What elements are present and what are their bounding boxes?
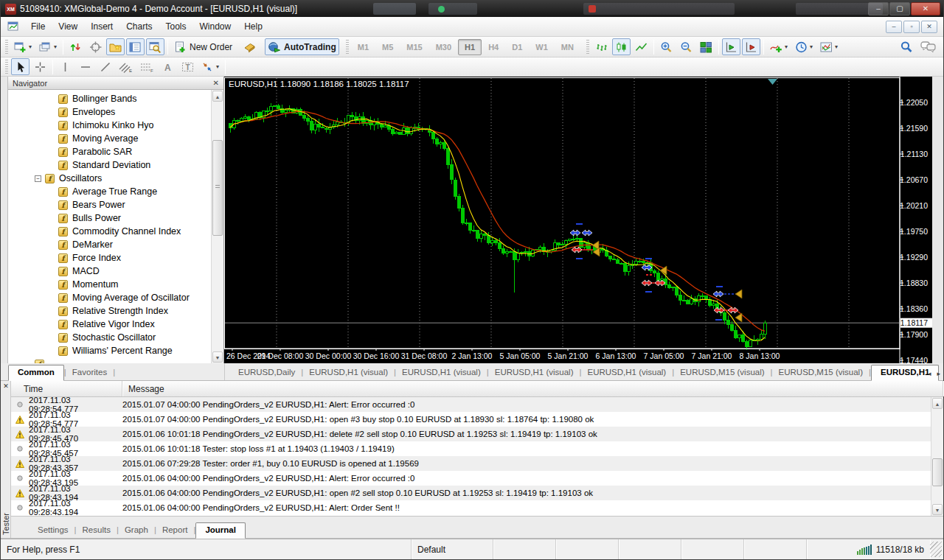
timeframe-m1[interactable]: M1 [351,39,375,55]
navigator-item-williams-percent-range[interactable]: Williams' Percent Range [8,344,223,357]
navigator-item-stochastic-oscillator[interactable]: Stochastic Oscillator [8,331,223,344]
toolbar-drag-handle[interactable] [346,40,349,55]
chat-icon[interactable] [920,41,937,53]
journal-row[interactable]: 2017.11.03 09:28:43.1942015.01.06 04:00:… [11,486,943,500]
scroll-up-icon[interactable] [212,91,223,102]
candlestick-mode-button[interactable] [612,38,631,55]
journal-scrollbar[interactable] [931,397,943,516]
menu-file[interactable]: File [24,18,52,35]
navigator-item-relative-strength-index[interactable]: Relative Strength Index [8,304,223,318]
timeframe-mn[interactable]: MN [555,39,580,55]
journal-row[interactable]: 2017.11.03 09:28:43.3572015.01.06 07:29:… [11,456,943,471]
tester-tab-report[interactable]: Report [156,522,194,538]
menu-help[interactable]: Help [237,18,269,35]
journal-row[interactable]: 2017.11.03 09:28:54.7772015.01.07 04:00:… [11,397,943,412]
menu-window[interactable]: Window [193,18,238,35]
horizontal-line-tool-button[interactable] [76,58,94,75]
navigator-item-standard-deviation[interactable]: Standard Deviation [8,158,223,172]
mdi-restore-button[interactable] [903,21,920,33]
timeframe-d1[interactable]: D1 [505,39,529,55]
indicators-button[interactable] [767,38,791,55]
chart-tab-eurusd-h1-visual[interactable]: EURUSD,H1 (visual) [581,365,672,380]
zoom-out-button[interactable] [677,38,695,55]
navigator-item-envelopes[interactable]: Envelopes [8,105,223,119]
menu-tools[interactable]: Tools [159,18,193,35]
window-close-button[interactable] [911,2,940,15]
fibonacci-tool-button[interactable]: F [137,58,157,75]
autotrading-button[interactable]: AutoTrading [265,38,339,55]
scrollbar-thumb[interactable] [212,140,223,236]
tile-windows-button[interactable] [697,38,715,55]
navigator-item-oscillators[interactable]: Oscillators [8,172,223,185]
title-bar[interactable]: XM 51089410: XMGlobal-Demo 4 - Demo Acco… [1,1,943,17]
crosshair-tool-button[interactable] [31,58,49,75]
scrollbar-thumb[interactable] [932,458,943,486]
tree-collapse-icon[interactable] [35,175,41,182]
navigator-item-momentum[interactable]: Momentum [8,278,223,291]
scroll-left-icon[interactable] [928,370,931,377]
tester-tab-results[interactable]: Results [77,522,117,538]
navigator-item-parabolic-sar[interactable]: Parabolic SAR [8,145,223,158]
data-window-button[interactable] [86,38,105,55]
text-label-tool-button[interactable]: T [178,58,197,75]
window-maximize-button[interactable] [889,2,910,15]
profiles-button[interactable] [36,38,60,55]
scroll-right-icon[interactable] [937,370,940,377]
navigator-scrollbar[interactable] [211,90,223,363]
navigator-item-force-index[interactable]: Force Index [8,251,223,265]
navigator-item-moving-average[interactable]: Moving Average [8,132,223,145]
chart-shift-button[interactable] [722,38,740,55]
column-header-message[interactable]: Message [122,381,943,396]
new-order-button[interactable]: New Order [171,38,235,55]
resize-grip[interactable] [930,542,942,557]
navigator-item-bears-power[interactable]: Bears Power [8,198,223,211]
terminal-toggle-button[interactable] [126,38,145,55]
tester-tab-settings[interactable]: Settings [32,522,74,538]
column-header-time[interactable]: Time [11,381,122,396]
templates-button[interactable] [817,38,841,55]
chart-tab-eurusd-m15-visual[interactable]: EURUSD,M15 (visual) [674,365,770,380]
timeframe-m15[interactable]: M15 [400,39,428,55]
bar-chart-mode-button[interactable] [592,38,611,55]
zoom-in-button[interactable] [657,38,676,55]
mdi-close-button[interactable] [921,21,937,33]
chart-tab-eurusd-h1-visual[interactable]: EURUSD,H1 (visual) [396,365,487,380]
navigator-item-relative-vigor-index[interactable]: Relative Vigor Index [8,318,223,331]
timeframe-h4[interactable]: H4 [482,39,505,55]
journal-row[interactable]: 2017.11.03 09:28:43.1942015.01.06 04:00:… [11,500,943,515]
toolbar-drag-handle[interactable] [5,60,8,74]
navigator-item-partial[interactable] [8,357,223,363]
status-profile[interactable]: Default [412,539,493,559]
navigator-close-icon[interactable] [213,79,219,87]
toolbar-drag-handle[interactable] [5,40,8,55]
expert-advisors-button[interactable] [240,38,260,55]
navigator-item-moving-average-of-oscillator[interactable]: Moving Average of Oscillator [8,291,223,304]
line-chart-mode-button[interactable] [632,38,650,55]
navigator-item-bollinger-bands[interactable]: Bollinger Bands [8,92,223,105]
timeframe-m30[interactable]: M30 [429,39,458,55]
tester-tab-journal[interactable]: Journal [195,522,246,539]
scroll-down-icon[interactable] [932,504,943,515]
arrow-objects-button[interactable] [198,58,222,75]
cursor-tool-button[interactable] [11,58,30,75]
chart-canvas[interactable]: 1.220501.215901.211301.206701.202101.197… [224,77,931,363]
equidistant-channel-tool-button[interactable]: E [116,58,136,75]
chart-tab-eurusd-h1-visual[interactable]: EURUSD,H1 (visual) [303,365,394,380]
navigator-item-demarker[interactable]: DeMarker [8,238,223,251]
menu-insert[interactable]: Insert [84,18,119,35]
strategy-tester-toggle-button[interactable] [146,38,164,55]
vertical-line-tool-button[interactable] [56,58,74,75]
navigator-toggle-button[interactable] [106,38,125,55]
periods-button[interactable] [792,38,816,55]
tab-common[interactable]: Common [8,365,64,381]
mdi-minimize-button[interactable] [886,21,902,33]
navigator-item-average-true-range[interactable]: Average True Range [8,185,223,198]
tester-close-icon[interactable] [1,382,11,390]
trendline-tool-button[interactable] [96,58,114,75]
chart-tab-eurusd-daily[interactable]: EURUSD,Daily [232,365,301,380]
market-watch-button[interactable] [66,38,85,55]
tab-favorites[interactable]: Favorites [66,365,113,380]
journal-row[interactable]: 2017.11.03 09:28:45.4572015.01.06 10:01:… [11,441,943,456]
toolbar-drag-handle[interactable] [586,40,589,55]
chart-tab-eurusd-m15-visual[interactable]: EURUSD,M15 (visual) [773,365,869,380]
